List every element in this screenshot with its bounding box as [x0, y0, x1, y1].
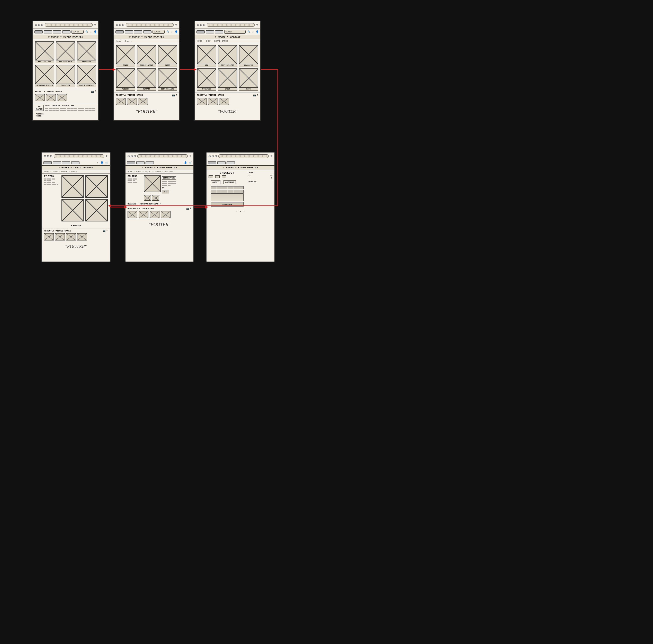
favorite-icon-1[interactable]: f — [95, 90, 96, 93]
nav-tab-1[interactable] — [34, 30, 43, 33]
lightning-icon-4[interactable]: ⚡ — [97, 161, 98, 164]
guest-option[interactable]: GUEST — [211, 180, 220, 184]
rv-item-4-4[interactable] — [77, 233, 87, 240]
rv-item-1[interactable] — [35, 94, 45, 101]
rv-item-4-2[interactable] — [55, 233, 65, 240]
grid-item-new-arrivals[interactable]: NEw ArrivALS — [56, 41, 75, 63]
nav-tab-3-1[interactable] — [196, 30, 205, 33]
grid-item-rentals[interactable]: RENTALS — [137, 68, 156, 90]
search-box-3[interactable]: SEARCH — [224, 30, 246, 34]
nav-tab-2-3[interactable] — [134, 30, 142, 33]
lightning-icon-2[interactable]: ⚡ — [171, 30, 173, 33]
nav-tab-3[interactable] — [53, 30, 61, 33]
nav-tab-5-2[interactable] — [136, 161, 145, 164]
grid-item-covid[interactable]: COVID UPDATES — [77, 65, 96, 87]
grid-item-trade[interactable]: TRADE-IN — [56, 65, 75, 87]
grid-item-under20[interactable]: UNDER$20 — [77, 41, 96, 63]
nav-tab-3-2[interactable] — [206, 30, 214, 33]
search-icon-1[interactable]: 🔍 — [86, 30, 89, 33]
grid-item-best-sellers[interactable]: BEST SELLERS — [35, 41, 54, 63]
footer-nav-shop[interactable]: SHOP — [45, 105, 50, 107]
reviews-title-5[interactable]: REVIEWS + RECOMMENDATIONS + — [127, 202, 191, 205]
nav-tab-4-4[interactable] — [71, 161, 79, 164]
rv-item-3[interactable] — [57, 94, 67, 101]
new-tab-button-5[interactable]: + — [189, 154, 191, 158]
nav-tab-4-2[interactable] — [53, 161, 61, 164]
product-main-image[interactable] — [144, 175, 161, 192]
nav-tab-4-3[interactable] — [62, 161, 70, 164]
product-1[interactable] — [62, 175, 84, 198]
grid-item-bestsellers3[interactable]: BEST SELLERS — [218, 45, 237, 67]
favorite-icon-4[interactable]: f — [106, 230, 108, 232]
rv-item-2-3[interactable] — [138, 98, 148, 105]
nav-tab-4-1[interactable] — [44, 161, 52, 164]
rv-item-5-1[interactable] — [127, 211, 137, 218]
rv-item-2-1[interactable] — [116, 98, 126, 105]
grid-item-kids[interactable]: KIDS — [239, 68, 258, 90]
page-prev-icon[interactable]: ◀ — [70, 224, 72, 227]
search-box-2[interactable]: SEARCH — [152, 30, 165, 34]
nav-tab-3-3[interactable] — [215, 30, 223, 33]
user-icon-1[interactable]: 👤 — [94, 30, 97, 33]
nav-tab-6-1[interactable] — [208, 161, 216, 164]
rv-item-5-4[interactable] — [161, 211, 170, 218]
lightning-icon-3[interactable]: ⚡ — [252, 30, 254, 33]
page-next-icon[interactable]: ▶ — [80, 224, 81, 227]
thumb-1[interactable] — [144, 195, 151, 200]
user-icon-5[interactable]: 👤 — [184, 161, 187, 164]
product-3[interactable] — [62, 199, 84, 222]
search-icon-3[interactable]: 🔍 — [247, 30, 250, 33]
footer-nav-events[interactable]: EVENTS — [62, 105, 69, 107]
new-tab-button[interactable]: + — [94, 23, 96, 27]
input-field-1[interactable] — [211, 186, 244, 189]
continue-button[interactable]: CONTINUE — [211, 202, 244, 207]
nav-tab-2-2[interactable] — [125, 30, 133, 33]
nav-tab-2[interactable] — [44, 30, 52, 33]
account-option[interactable]: ACCOUNT — [223, 180, 236, 184]
favorite-icon-3[interactable]: f — [257, 94, 258, 96]
url-bar-2[interactable] — [126, 23, 174, 27]
footer-nav-about[interactable]: ABN — [71, 105, 74, 107]
rv-item-3-3[interactable] — [219, 98, 229, 105]
footer-nav-trade[interactable]: TRADE-IN — [52, 105, 61, 107]
grid-item-rpg[interactable]: ROLE-PLAYING — [137, 45, 156, 67]
user-icon-2[interactable]: 👤 — [175, 30, 178, 33]
checkout-step-1[interactable]: __ — [209, 175, 213, 178]
user-icon-3[interactable]: 👤 — [256, 30, 259, 33]
nav-tab-6-3[interactable] — [226, 161, 235, 164]
input-field-3[interactable] — [211, 193, 244, 201]
new-tab-button-3[interactable]: + — [256, 23, 258, 27]
grid-item-group[interactable]: GROUP — [218, 68, 237, 90]
add-to-cart-button[interactable]: ADD — [162, 190, 169, 193]
rv-item-2[interactable] — [46, 94, 56, 101]
product-4[interactable] — [86, 199, 108, 222]
rv-item-3-1[interactable] — [197, 98, 207, 105]
checkout-step-2[interactable]: __ — [215, 175, 220, 178]
grid-item-board[interactable]: BOARD — [116, 45, 135, 67]
grid-item-events[interactable]: UPCOMING EVENTS — [35, 65, 54, 87]
grid-item-puzzles[interactable]: PUZZLES — [116, 68, 135, 90]
nav-tab-2-1[interactable] — [116, 30, 124, 33]
checkout-step-3[interactable]: __ — [222, 175, 226, 178]
url-bar-4[interactable] — [54, 154, 104, 158]
search-icon-2[interactable]: 🔍 — [166, 30, 169, 33]
user-icon-4[interactable]: 👤 — [100, 161, 103, 164]
nav-tab-5-3[interactable] — [146, 161, 154, 164]
favorite-icon-2[interactable]: f — [176, 94, 177, 96]
nav-tab-5-1[interactable] — [127, 161, 135, 164]
grid-item-cards[interactable]: CARDS — [158, 45, 177, 67]
rv-item-4-1[interactable] — [44, 233, 54, 240]
grid-item-new[interactable]: NEW — [197, 45, 216, 67]
new-tab-button-6[interactable]: + — [270, 154, 272, 158]
rv-item-2-2[interactable] — [127, 98, 137, 105]
grid-item-bestsellers2[interactable]: BEST SELLERS — [158, 68, 177, 90]
rv-item-5-2[interactable] — [139, 211, 148, 218]
search-box-1[interactable]: SEARCH — [72, 30, 83, 34]
nav-tab-6-2[interactable] — [217, 161, 225, 164]
url-bar-3[interactable] — [207, 23, 255, 27]
rv-item-5-3[interactable] — [150, 211, 160, 218]
nav-tab-4[interactable] — [62, 30, 70, 33]
cart-icon-5[interactable]: 🛒 — [189, 161, 192, 164]
rv-item-4-3[interactable] — [66, 233, 76, 240]
new-tab-button-2[interactable]: + — [175, 23, 177, 27]
